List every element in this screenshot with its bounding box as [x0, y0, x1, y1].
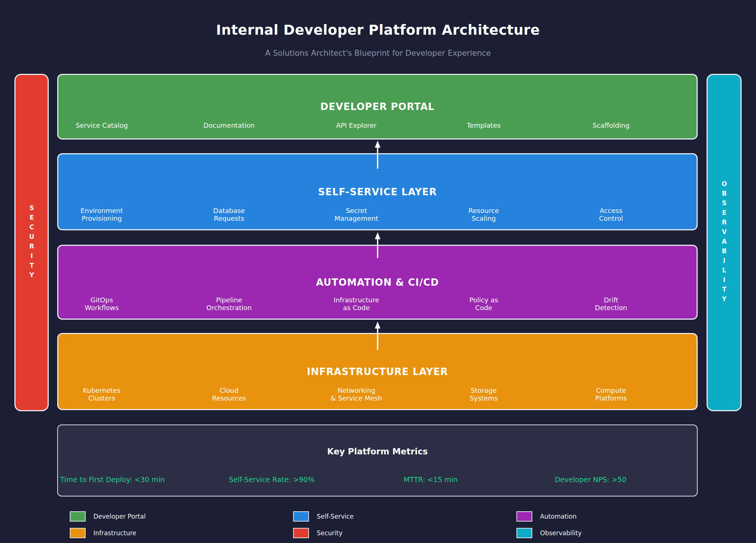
legend-swatch	[70, 511, 86, 522]
legend-entry-developer-portal: Developer Portal	[70, 511, 146, 522]
legend-label: Infrastructure	[93, 529, 136, 537]
layer-item: Documentation	[203, 121, 255, 130]
legend-entry-security: Security	[293, 528, 343, 538]
layer-item: Environment Provisioning	[80, 207, 123, 223]
architecture-diagram: Internal Developer Platform Architecture…	[0, 0, 756, 543]
legend-swatch	[70, 528, 86, 538]
layer-infrastructure: INFRASTRUCTURE LAYER Kubernetes Clusters…	[57, 333, 698, 410]
metric-developer-nps: Developer NPS: >50	[555, 475, 626, 484]
layer-title: SELF-SERVICE LAYER	[58, 186, 697, 197]
legend-swatch	[516, 511, 532, 522]
layer-title: INFRASTRUCTURE LAYER	[58, 366, 697, 377]
layer-item: Secret Management	[334, 207, 378, 223]
layer-item: API Explorer	[336, 121, 377, 130]
legend-label: Security	[317, 529, 343, 537]
metric-time-to-first-deploy: Time to First Deploy: <30 min	[60, 475, 165, 484]
legend-label: Automation	[540, 513, 577, 520]
legend-entry-observability: Observability	[516, 528, 582, 538]
layer-self-service: SELF-SERVICE LAYER Environment Provision…	[57, 153, 698, 230]
observability-bar-label: OBSERVABILITY	[721, 180, 727, 305]
layer-title: AUTOMATION & CI/CD	[58, 277, 697, 288]
metric-self-service-rate: Self-Service Rate: >90%	[229, 475, 315, 484]
layer-item: Database Requests	[213, 207, 245, 223]
layer-developer-portal: DEVELOPER PORTAL Service Catalog Documen…	[57, 74, 698, 140]
legend-label: Observability	[540, 529, 582, 537]
layer-item: Templates	[467, 121, 501, 130]
legend-label: Developer Portal	[93, 513, 146, 520]
legend-label: Self-Service	[317, 513, 354, 520]
layer-item: Drift Detection	[595, 296, 627, 312]
layer-automation-cicd: AUTOMATION & CI/CD GitOps Workflows Pipe…	[57, 245, 698, 320]
layer-item: Infrastructure as Code	[334, 296, 379, 312]
layer-item: Compute Platforms	[595, 386, 627, 402]
legend-entry-infrastructure: Infrastructure	[70, 528, 136, 538]
legend-swatch	[293, 528, 309, 538]
layer-item: Service Catalog	[76, 121, 128, 130]
security-bar: SECURITY	[14, 74, 49, 411]
layer-item: Access Control	[599, 207, 623, 223]
layer-item: Resource Scaling	[468, 207, 499, 223]
page-subtitle: A Solutions Architect's Blueprint for De…	[0, 49, 756, 58]
metrics-title: Key Platform Metrics	[58, 447, 697, 456]
layer-item: Pipeline Orchestration	[206, 296, 252, 312]
layer-item: Kubernetes Clusters	[83, 386, 121, 402]
layer-item: Scaffolding	[592, 121, 629, 130]
layer-item: Storage Systems	[470, 386, 498, 402]
layer-title: DEVELOPER PORTAL	[58, 101, 697, 112]
page-title: Internal Developer Platform Architecture	[0, 22, 756, 38]
metric-mttr: MTTR: <15 min	[404, 475, 458, 484]
observability-bar: OBSERVABILITY	[707, 74, 742, 411]
legend-entry-automation: Automation	[516, 511, 577, 522]
legend-swatch	[516, 528, 532, 538]
security-bar-label: SECURITY	[28, 204, 35, 281]
layer-item: Policy as Code	[469, 296, 498, 312]
layer-item: GitOps Workflows	[85, 296, 119, 312]
layer-item: Cloud Resources	[212, 386, 246, 402]
legend-swatch	[293, 511, 309, 522]
metrics-panel: Key Platform Metrics Time to First Deplo…	[57, 425, 698, 496]
layer-item: Networking & Service Mesh	[331, 386, 382, 402]
legend-entry-self-service: Self-Service	[293, 511, 354, 522]
